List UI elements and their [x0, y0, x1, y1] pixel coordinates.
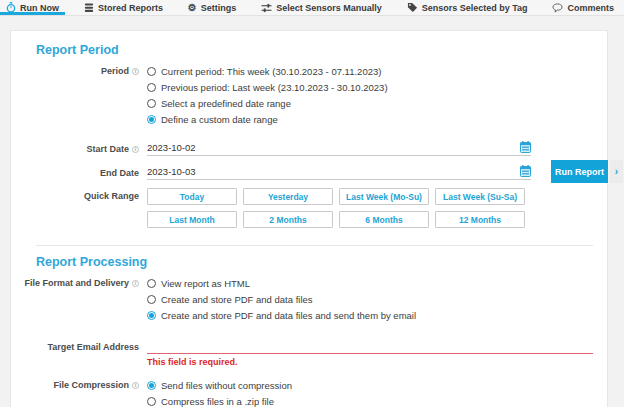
file-format-option-html[interactable]: View report as HTML	[147, 275, 607, 291]
period-option-previous[interactable]: Previous period: Last week (23.10.2023 -…	[147, 79, 607, 95]
file-format-row: File Format and Delivery View report as …	[11, 275, 607, 323]
end-date-label: End Date	[100, 168, 139, 179]
quick-range-6-months-button[interactable]: 6 Months	[339, 211, 429, 228]
file-format-option-pdf-email[interactable]: Create and store PDF and data files and …	[147, 307, 607, 323]
radio-icon	[147, 67, 156, 76]
chevron-right-icon: ›	[615, 166, 618, 177]
radio-icon	[147, 83, 156, 92]
radio-label: Current period: This week (30.10.2023 - …	[161, 66, 381, 77]
quick-range-last-week-mo-su-button[interactable]: Last Week (Mo-Su)	[339, 188, 429, 205]
run-report-button[interactable]: Run Report	[551, 160, 608, 183]
radio-label: Compress files in a .zip file	[161, 396, 274, 407]
target-email-error: This field is required.	[147, 357, 607, 367]
tab-sensors-selected-by-tag[interactable]: Sensors Selected by Tag	[401, 0, 534, 15]
database-icon	[84, 3, 94, 13]
speech-bubble-icon	[552, 3, 563, 13]
start-date-row: Start Date	[11, 141, 607, 156]
tab-comments[interactable]: Comments	[546, 0, 620, 15]
tab-label: Run Now	[20, 3, 59, 13]
radio-label: Select a predefined date range	[161, 98, 291, 109]
quick-range-last-week-su-sa-button[interactable]: Last Week (Su-Sa)	[435, 188, 525, 205]
report-processing-heading: Report Processing	[36, 255, 593, 269]
end-date-input[interactable]	[147, 165, 516, 177]
start-date-label: Start Date	[86, 144, 129, 155]
compression-option-none[interactable]: Send files without compression	[147, 377, 607, 393]
report-period-heading: Report Period	[36, 43, 593, 57]
file-compression-label: File Compression	[53, 380, 129, 391]
quick-range-label: Quick Range	[84, 191, 139, 202]
quick-range-last-month-button[interactable]: Last Month	[147, 211, 237, 228]
radio-icon	[147, 99, 156, 108]
radio-label: Create and store PDF and data files	[161, 294, 313, 305]
gear-icon: ⚙	[188, 3, 197, 13]
radio-label: View report as HTML	[161, 278, 250, 289]
radio-label: Create and store PDF and data files and …	[161, 310, 416, 321]
period-option-current[interactable]: Current period: This week (30.10.2023 - …	[147, 63, 607, 79]
file-compression-row: File Compression Send files without comp…	[11, 377, 607, 407]
tab-label: Stored Reports	[98, 3, 163, 13]
compression-option-zip[interactable]: Compress files in a .zip file	[147, 393, 607, 407]
quick-range-12-months-button[interactable]: 12 Months	[435, 211, 525, 228]
calendar-icon[interactable]	[520, 165, 531, 177]
quick-range-yesterday-button[interactable]: Yesterday	[243, 188, 333, 205]
stopwatch-icon	[6, 2, 16, 13]
radio-icon	[147, 279, 156, 288]
end-date-row: End Date	[11, 165, 607, 180]
calendar-icon[interactable]	[520, 141, 531, 153]
tab-label: Settings	[201, 3, 237, 13]
tab-label: Select Sensors Manually	[276, 3, 382, 13]
tag-icon	[407, 2, 418, 13]
info-icon[interactable]	[132, 146, 139, 153]
radio-icon	[147, 397, 156, 406]
radio-label: Previous period: Last week (23.10.2023 -…	[161, 82, 388, 93]
quick-range-2-months-button[interactable]: 2 Months	[243, 211, 333, 228]
run-report-button-group: Run Report ›	[551, 160, 623, 183]
report-config-panel: Report Period Period Current period: Thi…	[10, 30, 608, 407]
tab-bar: Run Now Stored Reports ⚙ Settings Select…	[0, 0, 624, 16]
radio-icon	[147, 381, 156, 390]
info-icon[interactable]	[132, 382, 139, 389]
period-option-custom[interactable]: Define a custom date range	[147, 111, 607, 127]
radio-label: Send files without compression	[161, 380, 292, 391]
start-date-input[interactable]	[147, 141, 516, 153]
period-row: Period Current period: This week (30.10.…	[11, 63, 607, 127]
quick-range-row: Quick Range Today Yesterday Last Week (M…	[11, 188, 607, 228]
radio-label: Define a custom date range	[161, 114, 278, 125]
target-email-label: Target Email Address	[47, 342, 139, 353]
tab-label: Sensors Selected by Tag	[422, 3, 528, 13]
section-divider	[36, 245, 593, 246]
radio-icon	[147, 115, 156, 124]
info-icon[interactable]	[132, 280, 139, 287]
info-icon[interactable]	[132, 68, 139, 75]
quick-range-today-button[interactable]: Today	[147, 188, 237, 205]
tab-stored-reports[interactable]: Stored Reports	[78, 0, 169, 15]
file-format-label: File Format and Delivery	[24, 278, 129, 289]
radio-icon	[147, 311, 156, 320]
quick-range-grid: Today Yesterday Last Week (Mo-Su) Last W…	[147, 188, 607, 228]
target-email-input[interactable]	[147, 339, 593, 351]
radio-icon	[147, 295, 156, 304]
tab-label: Comments	[567, 3, 614, 13]
tab-run-now[interactable]: Run Now	[0, 0, 65, 15]
period-option-predefined[interactable]: Select a predefined date range	[147, 95, 607, 111]
run-report-expander[interactable]: ›	[610, 160, 623, 183]
target-email-row: Target Email Address This field is requi…	[11, 339, 607, 367]
tab-select-sensors-manually[interactable]: Select Sensors Manually	[255, 0, 388, 15]
tab-settings[interactable]: ⚙ Settings	[182, 0, 242, 15]
file-format-option-pdf-store[interactable]: Create and store PDF and data files	[147, 291, 607, 307]
period-label: Period	[101, 66, 129, 77]
sliders-icon	[261, 3, 272, 13]
